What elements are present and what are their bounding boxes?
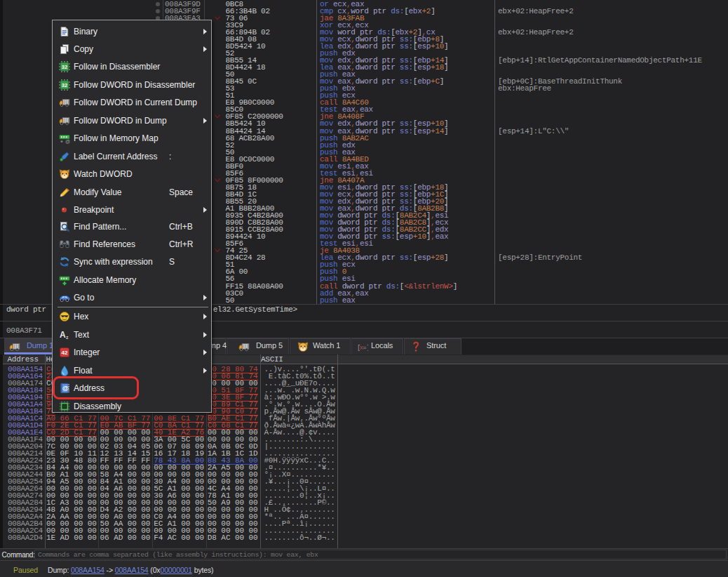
svg-text:=]: =] — [363, 344, 368, 351]
svg-text:A: A — [60, 330, 66, 340]
svg-text:@: @ — [65, 139, 70, 144]
svg-text:z: z — [66, 334, 69, 339]
svg-text:32: 32 — [62, 82, 67, 88]
svg-text:42: 42 — [62, 350, 68, 356]
svg-text:32: 32 — [62, 64, 67, 70]
